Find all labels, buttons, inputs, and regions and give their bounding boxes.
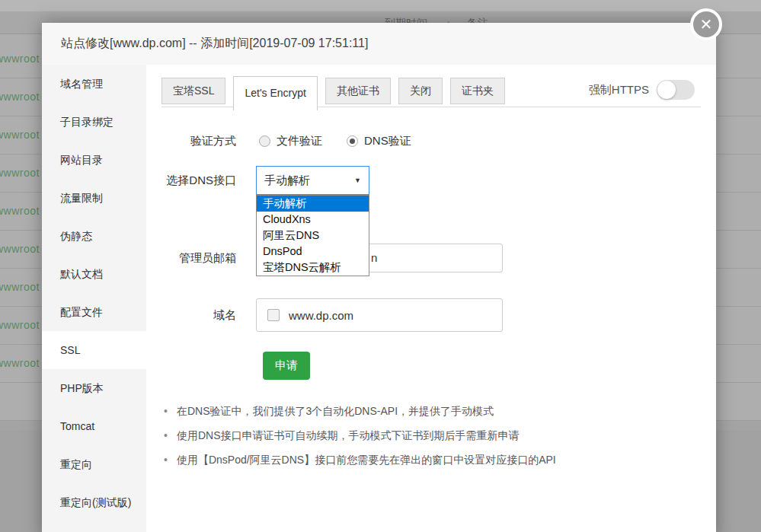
sidebar-item-tomcat[interactable]: Tomcat: [42, 407, 146, 445]
sidebar-item-redirect[interactable]: 重定向: [42, 445, 146, 483]
note-item: 使用【DnsPod/阿里云DNS】接口前您需要先在弹出的窗口中设置对应接口的AP…: [164, 453, 556, 467]
domain-list-box: www.dp.com: [256, 298, 503, 332]
option-aliyun-dns[interactable]: 阿里云DNS: [257, 228, 369, 244]
sidebar-item-redirect-beta[interactable]: 重定向(测试版): [42, 483, 146, 521]
dialog-title: 站点修改[www.dp.com] -- 添加时间[2019-07-09 17:5…: [61, 36, 368, 52]
radio-dns-verify-label: DNS验证: [364, 134, 411, 148]
verify-method-label: 验证方式: [146, 133, 236, 148]
email-visible-text: n: [371, 244, 377, 272]
sidebar-item-default-doc[interactable]: 默认文档: [42, 255, 146, 293]
domain-row: 域名 www.dp.com: [146, 298, 503, 332]
radio-file-verify[interactable]: 文件验证: [259, 134, 322, 148]
dns-interface-select[interactable]: 手动解析 ▼: [256, 166, 369, 195]
dialog-header: 站点修改[www.dp.com] -- 添加时间[2019-07-09 17:5…: [42, 23, 716, 65]
sidebar-item-ssl[interactable]: SSL: [42, 331, 146, 369]
note-item: 在DNS验证中，我们提供了3个自动化DNS-API，并提供了手动模式: [164, 404, 556, 418]
site-path-link[interactable]: wwwroot: [0, 91, 40, 103]
option-cloudxns[interactable]: CloudXns: [257, 212, 369, 228]
sidebar-item-rewrite[interactable]: 伪静态: [42, 217, 146, 255]
domain-name-text: www.dp.com: [289, 309, 353, 322]
site-path-link[interactable]: wwwroot: [0, 281, 40, 293]
sidebar-item-subdir-bind[interactable]: 子目录绑定: [42, 103, 146, 141]
select-dropdown-arrow-icon: ▼: [354, 177, 361, 184]
tab-close-ssl[interactable]: 关闭: [398, 78, 443, 104]
backdrop-top-band: [0, 0, 761, 11]
close-icon[interactable]: ✕: [690, 8, 722, 40]
tab-cert-folder[interactable]: 证书夹: [450, 78, 505, 104]
site-path-link[interactable]: wwwroot: [0, 205, 40, 217]
option-manual-resolve[interactable]: 手动解析: [257, 196, 369, 212]
force-https-control: 强制HTTPS: [589, 80, 695, 100]
note-item: 使用DNS接口申请证书可自动续期，手动模式下证书到期后手需重新申请: [164, 428, 556, 442]
radio-dns-verify[interactable]: DNS验证: [347, 134, 411, 148]
dns-interface-row: 选择DNS接口 手动解析 ▼: [146, 166, 369, 195]
admin-email-label: 管理员邮箱: [146, 244, 236, 272]
site-path-link[interactable]: wwwroot: [0, 357, 40, 369]
sidebar-item-site-dir[interactable]: 网站目录: [42, 141, 146, 179]
toggle-knob: [657, 81, 676, 99]
option-dnspod[interactable]: DnsPod: [257, 244, 369, 260]
tab-lets-encrypt[interactable]: Let's Encrypt: [233, 76, 318, 110]
radio-unchecked-icon: [259, 135, 270, 147]
radio-file-verify-label: 文件验证: [277, 134, 322, 148]
dns-selected-value: 手动解析: [264, 174, 310, 188]
dns-interface-dropdown: 手动解析 CloudXns 阿里云DNS DnsPod 宝塔DNS云解析: [256, 195, 369, 276]
site-modify-dialog: ✕ 站点修改[www.dp.com] -- 添加时间[2019-07-09 17…: [42, 23, 716, 532]
apply-button[interactable]: 申请: [263, 352, 310, 380]
sidebar-item-traffic-limit[interactable]: 流量限制: [42, 179, 146, 217]
tab-other-cert[interactable]: 其他证书: [325, 78, 391, 104]
site-path-link[interactable]: wwwroot: [0, 319, 40, 331]
sidebar-item-config-file[interactable]: 配置文件: [42, 293, 146, 331]
radio-checked-icon: [347, 135, 358, 147]
domain-label: 域名: [146, 298, 236, 332]
force-https-label: 强制HTTPS: [589, 83, 649, 97]
site-path-link[interactable]: wwwroot: [0, 53, 40, 65]
site-path-link[interactable]: wwwroot: [0, 167, 40, 179]
force-https-toggle[interactable]: [657, 80, 695, 100]
site-path-link[interactable]: wwwroot: [0, 243, 40, 255]
ssl-panel: 宝塔SSL Let's Encrypt 其他证书 关闭 证书夹 强制HTTPS …: [146, 65, 716, 532]
site-path-link[interactable]: wwwroot: [0, 129, 40, 141]
help-notes: 在DNS验证中，我们提供了3个自动化DNS-API，并提供了手动模式 使用DNS…: [164, 404, 556, 477]
tab-baota-ssl[interactable]: 宝塔SSL: [161, 78, 225, 104]
sidebar-item-php-version[interactable]: PHP版本: [42, 369, 146, 407]
verify-method-row: 验证方式 文件验证 DNS验证: [146, 133, 436, 148]
domain-checkbox[interactable]: [267, 309, 280, 321]
option-baota-dns[interactable]: 宝塔DNS云解析: [257, 260, 369, 276]
dns-interface-label: 选择DNS接口: [146, 166, 236, 195]
dialog-sidebar: 域名管理 子目录绑定 网站目录 流量限制 伪静态 默认文档 配置文件 SSL P…: [42, 65, 146, 532]
sidebar-item-domain-manage[interactable]: 域名管理: [42, 65, 146, 103]
verify-radio-group: 文件验证 DNS验证: [259, 134, 436, 148]
